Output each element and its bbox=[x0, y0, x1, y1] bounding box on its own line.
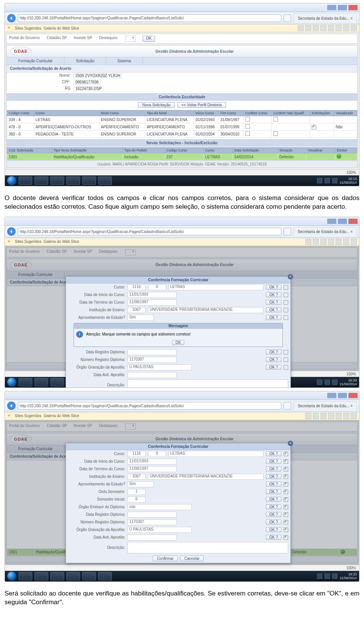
page-viewport: Portal do Governo Cidadão SP Investe SP … bbox=[5, 32, 359, 169]
app-banner: GDAE Gestão Dinâmica da Administração Es… bbox=[7, 46, 357, 57]
favorites-link[interactable]: Galeria do Web Slice bbox=[44, 239, 79, 244]
browser-status-bar: 100% bbox=[5, 169, 359, 175]
help-icon[interactable] bbox=[351, 25, 357, 31]
message-ok-button[interactable]: OK bbox=[172, 340, 184, 345]
check-conferir-hab[interactable] bbox=[273, 117, 278, 121]
menu-item-sistema[interactable]: Sistema bbox=[106, 57, 143, 65]
browser-tab[interactable]: Secretaria de Estado da Edu... × bbox=[293, 401, 357, 411]
window-minimize-button[interactable] bbox=[327, 5, 336, 10]
taskbar: 16:1321/06/2014 bbox=[5, 175, 359, 186]
table-row: 360 - 0PEDAGOGIA - TESTEENSINO SUPERIORL… bbox=[7, 131, 357, 138]
print-icon[interactable] bbox=[320, 25, 326, 31]
window-close-button[interactable] bbox=[348, 5, 358, 10]
tray-icon[interactable] bbox=[325, 178, 330, 183]
voltar-button[interactable]: << Voltar Perfil Diretoria bbox=[177, 102, 226, 108]
crumb-link[interactable]: Investe SP bbox=[74, 36, 92, 42]
feeds-icon[interactable] bbox=[305, 25, 311, 31]
nova-solicitacao-button[interactable]: Nova Solicitação bbox=[138, 102, 174, 108]
check-conferir-curso[interactable] bbox=[245, 131, 250, 136]
table-row-deferido: 1301Habilitação/QualificaçãoInclusão237L… bbox=[7, 153, 357, 161]
conferencia-bar: Conferência Escolaridade bbox=[7, 93, 357, 101]
novas-solicitacoes-bar: Novas Solicitações - Inclusão/Exclusão bbox=[7, 139, 357, 147]
taskbar-app-generic[interactable] bbox=[66, 176, 80, 185]
ok-check[interactable]: OK ? bbox=[266, 285, 281, 290]
courses-table: Código CursoCursoNível CursoTipo do Níve… bbox=[7, 110, 357, 138]
modal-close-button[interactable]: × bbox=[288, 441, 293, 446]
modal-close-button[interactable]: × bbox=[288, 274, 293, 279]
check-solicitacao bbox=[312, 125, 316, 129]
favorites-link[interactable]: Sites Sugeridos bbox=[15, 26, 41, 30]
start-button[interactable] bbox=[7, 176, 16, 185]
favorites-star-icon[interactable]: ★ bbox=[7, 239, 13, 244]
check-conferir-hab[interactable] bbox=[273, 131, 278, 136]
browser-tab[interactable]: Secretaria de Estado da Edu... × bbox=[293, 13, 357, 23]
taskbar-app-word[interactable] bbox=[98, 176, 112, 185]
address-bar[interactable]: http://10.200.248.18/PortalNet/Home.aspx… bbox=[18, 14, 281, 22]
crumb-label: Destaques: bbox=[99, 36, 118, 42]
action-row: Nova Solicitação << Voltar Perfil Direto… bbox=[7, 101, 357, 109]
start-button[interactable] bbox=[7, 378, 16, 387]
crumb-link[interactable]: Cidadão SP bbox=[47, 36, 67, 42]
descricao-textarea[interactable] bbox=[127, 380, 288, 388]
main-menu: Formação Curricular Solicitação Sistema bbox=[7, 57, 357, 65]
crumb-ok-button[interactable]: OK bbox=[143, 36, 155, 42]
browser-tab[interactable]: Secretaria de Estado da Edu... × bbox=[293, 227, 357, 236]
gov-top-bar: Portal do Governo Cidadão SP Investe SP … bbox=[6, 34, 358, 44]
app-footer: Usuário: MARLI APARECIDA ROSA Perfil: SE… bbox=[7, 161, 357, 167]
taskbar-app-media[interactable] bbox=[50, 176, 64, 185]
field-cpf: CPF:09596177836 bbox=[7, 79, 357, 85]
tools-icon[interactable] bbox=[343, 25, 349, 31]
screenshot-3: http://10.200.248.18/PortalNet/Home.aspx… bbox=[5, 391, 359, 582]
tray-icon[interactable] bbox=[332, 178, 337, 183]
table-row: 339 - 4LETRASENSINO SUPERIORLICENCIATURA… bbox=[7, 116, 357, 123]
favorites-link[interactable]: Galeria do Web Slice bbox=[44, 26, 79, 30]
descricao-textarea[interactable] bbox=[127, 542, 288, 553]
browser-back-button[interactable] bbox=[7, 402, 16, 410]
browser-toolbar: http://10.200.248.18/PortalNet/Home.aspx… bbox=[5, 12, 359, 24]
page-icon[interactable] bbox=[328, 25, 334, 31]
clock: 16:13 bbox=[348, 177, 357, 181]
cancelar-button[interactable]: Cancelar bbox=[180, 556, 204, 561]
modal-title: Conferência Formação Curricular bbox=[66, 277, 290, 284]
address-bar[interactable]: http://10.200.248.18/PortalNet/Home.aspx… bbox=[18, 228, 281, 235]
message-dialog: Mensagem i Atenção: Marque somente os ca… bbox=[74, 323, 283, 347]
destaques-select[interactable] bbox=[125, 36, 136, 42]
screenshot-1: http://10.200.248.18/PortalNet/Home.aspx… bbox=[5, 3, 359, 186]
refresh-button[interactable] bbox=[284, 14, 291, 22]
favorites-star-icon[interactable]: ★ bbox=[7, 25, 13, 31]
taskbar-app-explorer[interactable] bbox=[35, 176, 48, 185]
confirmar-button[interactable]: Confirmar bbox=[153, 556, 178, 561]
app-title: Gestão Dinâmica da Administração Escolar bbox=[35, 49, 354, 54]
field-ok-checkbox[interactable] bbox=[284, 452, 288, 456]
favorites-link[interactable]: Sites Sugeridos bbox=[15, 239, 41, 244]
taskbar-app-ie[interactable] bbox=[19, 176, 32, 185]
favorites-bar: ★ Sites Sugeridos Galeria do Web Slice bbox=[5, 24, 359, 32]
message-title: Mensagem bbox=[74, 323, 282, 329]
app-frame: GDAE Gestão Dinâmica da Administração Es… bbox=[6, 45, 358, 168]
crumb-link[interactable]: Portal do Governo bbox=[9, 36, 40, 42]
check-conferir-curso[interactable] bbox=[245, 124, 250, 129]
menu-item-solicitacao[interactable]: Solicitação bbox=[64, 57, 106, 65]
table-row: 478 - 0APERFEIÇOAMENTO-OUTROSAPERFEIÇOAM… bbox=[7, 123, 357, 131]
browser-back-button[interactable] bbox=[7, 227, 16, 236]
check-conferir-curso[interactable] bbox=[245, 117, 250, 121]
browser-back-button[interactable] bbox=[7, 14, 16, 22]
address-bar[interactable]: http://10.200.248.18/PortalNet/Home.aspx… bbox=[18, 402, 281, 410]
menu-item-formacao[interactable]: Formação Curricular bbox=[7, 57, 64, 65]
field-ok-checkbox[interactable] bbox=[284, 285, 288, 290]
window-maximize-button[interactable] bbox=[338, 5, 347, 10]
section-header: Conferência/Solicitação de Acerto bbox=[7, 65, 357, 72]
tray-icon[interactable] bbox=[317, 178, 322, 183]
field-rg: RG16224730-2/SP bbox=[7, 85, 357, 92]
arrow-left-icon bbox=[9, 229, 14, 234]
home-icon[interactable] bbox=[298, 25, 304, 31]
mail-icon[interactable] bbox=[313, 25, 319, 31]
start-button[interactable] bbox=[7, 572, 16, 581]
info-icon: i bbox=[76, 331, 83, 338]
safety-icon[interactable] bbox=[336, 25, 342, 31]
app-logo: GDAE bbox=[10, 47, 32, 56]
refresh-button[interactable] bbox=[284, 228, 291, 235]
taskbar-app-generic[interactable] bbox=[82, 176, 96, 185]
message-text: Atenção: Marque somente os campos que es… bbox=[86, 332, 191, 336]
paragraph-1: O docente deverá verificar todos os camp… bbox=[0, 189, 364, 214]
